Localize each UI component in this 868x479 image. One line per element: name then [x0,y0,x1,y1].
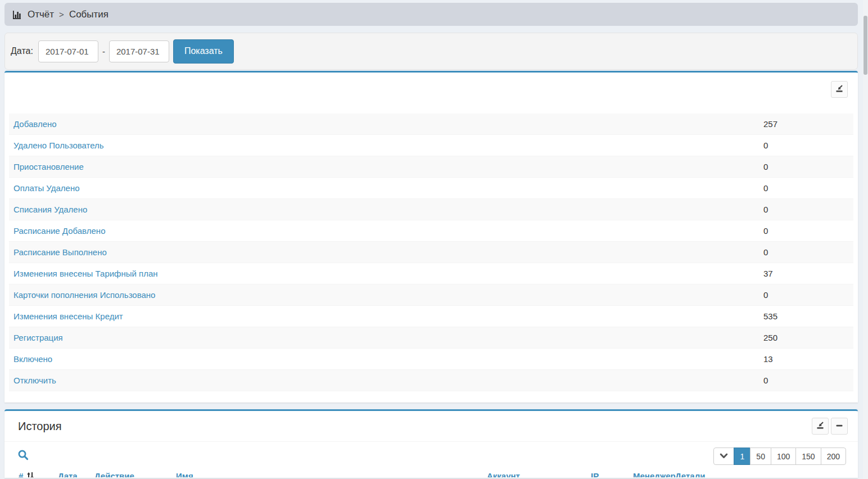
event-type-link[interactable]: Отключить [9,376,755,385]
event-count: 0 [755,290,853,300]
history-panel-body: 150100150200 #ДатаДействиеИмяАккаунтIPМе… [4,442,858,477]
event-count: 0 [755,141,853,150]
summary-row: Включено13 [9,349,853,370]
event-count: 0 [755,183,853,193]
page-button[interactable]: 1 [734,448,751,465]
event-count: 37 [755,269,853,278]
event-type-link[interactable]: Включено [9,354,755,364]
event-type-link[interactable]: Изменения внесены Кредит [9,311,755,321]
search-button[interactable] [17,449,29,463]
date-label: Дата: [11,46,33,56]
event-count: 0 [755,205,853,214]
history-column-header[interactable]: IP [591,471,599,477]
summary-row: Списания Удалено0 [9,199,853,220]
event-count: 0 [755,247,853,257]
summary-row: Приостановление0 [9,156,853,178]
events-summary-panel: Добавлено257Удалено Пользователь0Приоста… [4,71,858,403]
history-column-header[interactable]: # [19,471,23,477]
bar-chart-icon [12,10,22,20]
summary-row: Оплаты Удалено0 [9,178,853,199]
page-button[interactable]: 200 [821,448,846,465]
event-count: 535 [755,311,853,321]
sort-icon [27,472,34,477]
scrollbar[interactable] [863,0,868,479]
event-type-link[interactable]: Приостановление [9,162,755,171]
event-type-link[interactable]: Оплаты Удалено [9,183,755,193]
summary-row: Добавлено257 [9,114,853,135]
breadcrumb-separator: > [59,10,64,19]
pagination: 150100150200 [713,448,846,465]
event-type-link[interactable]: Расписание Добавлено [9,226,755,236]
summary-row: Изменения внесены Кредит535 [9,306,853,327]
date-from-input[interactable] [38,40,98,62]
events-summary-table: Добавлено257Удалено Пользователь0Приоста… [9,114,853,391]
history-column-header[interactable]: Дата [58,471,78,477]
event-count: 0 [755,376,853,385]
export-button[interactable] [812,418,829,435]
summary-row: Изменения внесены Тарифный план37 [9,263,853,284]
event-count: 250 [755,333,853,342]
event-type-link[interactable]: Регистрация [9,333,755,342]
summary-row: Удалено Пользователь0 [9,135,853,156]
history-panel: История [4,409,858,478]
history-column-header[interactable]: Детали [675,471,705,477]
page-button[interactable]: 150 [795,448,821,465]
event-type-link[interactable]: Изменения внесены Тарифный план [9,269,755,278]
summary-row: Регистрация250 [9,327,853,349]
date-filter-bar: Дата: - Показать [4,33,858,70]
summary-row: Отключить0 [9,370,853,391]
page-content: Отчёт > События Дата: - Показать Добавле… [4,0,858,478]
export-icon [835,84,844,95]
export-icon [816,421,825,432]
history-table-header: #ДатаДействиеИмяАккаунтIPМенеджерДетали [4,471,858,477]
history-column-header[interactable]: Действие [94,471,134,477]
history-column-header[interactable]: Аккаунт [487,471,520,477]
event-type-link[interactable]: Добавлено [9,119,755,129]
page-size-chevron-button[interactable] [713,448,734,465]
history-column-header[interactable]: Имя [176,471,193,477]
summary-row: Расписание Выполнено0 [9,242,853,263]
page-button[interactable]: 50 [750,448,771,465]
page-button[interactable]: 100 [771,448,796,465]
event-count: 0 [755,226,853,236]
date-range-separator: - [102,47,105,56]
show-button[interactable]: Показать [173,39,234,64]
history-panel-tools [812,418,848,435]
collapse-button[interactable] [831,418,848,435]
history-title: История [18,418,62,435]
history-panel-header: История [4,411,858,442]
event-type-link[interactable]: Списания Удалено [9,205,755,214]
event-type-link[interactable]: Удалено Пользователь [9,141,755,150]
breadcrumb: Отчёт > События [4,3,858,26]
chevron-down-icon [720,452,728,461]
breadcrumb-section[interactable]: Отчёт [28,9,54,20]
event-count: 13 [755,354,853,364]
search-icon [17,454,29,463]
event-type-link[interactable]: Расписание Выполнено [9,247,755,257]
minus-icon [835,422,843,431]
summary-row: Карточки пополнения Использовано0 [9,284,853,306]
scrollbar-thumb[interactable] [864,16,867,75]
event-count: 257 [755,119,853,129]
event-type-link[interactable]: Карточки пополнения Использовано [9,290,755,300]
export-button[interactable] [831,81,848,98]
breadcrumb-page: События [69,9,108,20]
event-count: 0 [755,162,853,171]
history-column-header[interactable]: Менеджер [633,471,676,477]
date-to-input[interactable] [109,40,169,62]
summary-row: Расписание Добавлено0 [9,220,853,242]
